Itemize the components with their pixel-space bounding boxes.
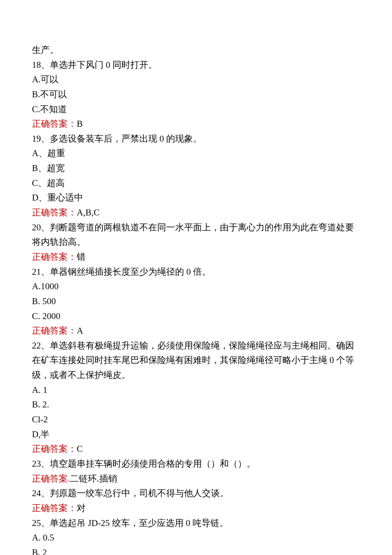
q19-option-b: B、超宽 (32, 161, 360, 176)
q20-answer-value: 错 (77, 252, 86, 262)
fragment-top: 生产。 (32, 43, 360, 58)
q19-answer-label: 正确答案： (32, 207, 77, 218)
q19-answer: 正确答案：A,B,C (32, 205, 360, 220)
q19-stem: 19、多选设备装车后，严禁出现 0 的现象。 (32, 131, 360, 146)
q20-stem: 20、判断题弯道的两根轨道不在同一水平面上，由于离心力的作用为此在弯道处要将内轨… (32, 220, 360, 250)
q22-option-b: B. 2. (32, 397, 360, 412)
q18-option-b: B.不可以 (32, 87, 360, 102)
q22-option-a: A. 1 (32, 383, 360, 398)
q20-answer: 正确答案：错 (32, 250, 360, 264)
q22-option-c: Cl-2 (32, 412, 360, 427)
q19-option-a: A、超重 (32, 146, 360, 161)
q21-answer-value: A (77, 325, 83, 336)
q21-stem: 21、单器钢丝绳插接长度至少为绳径的 0 倍。 (32, 264, 360, 279)
q18-answer-label: 正确答案： (32, 119, 77, 129)
q23-answer-value: 二链环.插销 (70, 474, 117, 484)
q19-answer-value: A,B,C (77, 207, 100, 218)
q24-answer-label: 正确答案： (32, 503, 77, 513)
q22-answer: 正确答案：C (32, 442, 360, 456)
q23-answer-label: 正确答案. (32, 474, 70, 484)
q19-option-c: C、超高 (32, 176, 360, 191)
q21-option-a: A.1000 (32, 279, 360, 294)
q24-stem: 24、判原题一绞车总行中，司机不得与他人交谈。 (32, 486, 360, 501)
q18-stem: 18、单选井下风门 0 同时打开。 (32, 58, 360, 73)
q24-answer: 正确答案：对 (32, 501, 360, 516)
q19-option-d: D、重心适中 (32, 190, 360, 205)
q22-answer-value: C (77, 444, 83, 454)
q20-answer-label: 正确答案： (32, 252, 77, 262)
q25-stem: 25、单选起吊 JD-25 绞车，至少应选用 0 吨导链。 (32, 516, 360, 531)
q21-option-b: B. 500 (32, 294, 360, 309)
q18-option-c: C.不知道 (32, 102, 360, 117)
q23-stem: 23、填空题串挂车辆时必须使用合格的专用（）和（）。 (32, 456, 360, 471)
q22-stem: 22、单选斜巷有极绳提升运输，必须使用保险绳，保险绳绳径应与主绳相同。确因在矿车… (32, 338, 360, 383)
q23-answer: 正确答案.二链环.插销 (32, 471, 360, 486)
q21-option-c: C. 2000 (32, 309, 360, 324)
q21-answer-label: 正确答案： (32, 325, 77, 336)
q21-answer: 正确答案：A (32, 323, 360, 338)
q18-option-a: A.可以 (32, 72, 360, 87)
q18-answer: 正确答案：B (32, 116, 360, 131)
q22-option-d: D,半 (32, 427, 360, 442)
q25-option-b: B. 2 (32, 545, 360, 555)
q25-option-a: A. 0.5 (32, 530, 360, 545)
q22-answer-label: 正确答案： (32, 444, 77, 454)
q18-answer-value: B (77, 119, 83, 129)
q24-answer-value: 对 (77, 503, 86, 513)
